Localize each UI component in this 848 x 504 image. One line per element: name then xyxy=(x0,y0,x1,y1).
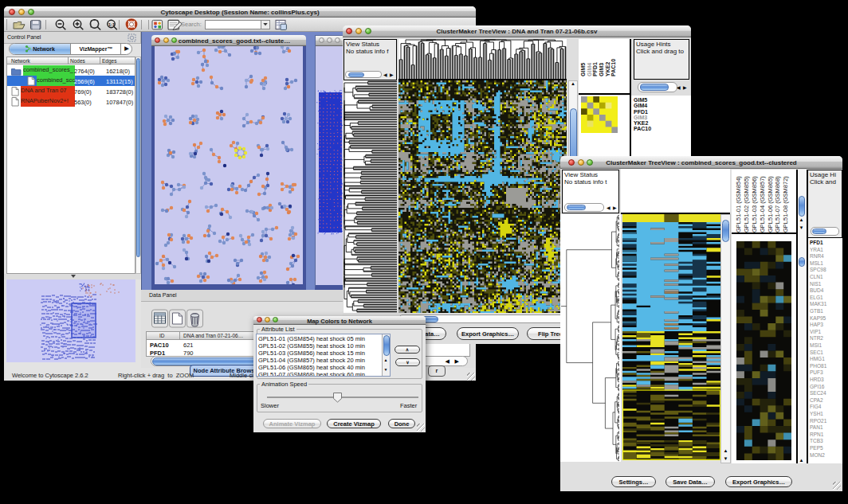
svg-text:Search:: Search: xyxy=(181,21,202,28)
svg-text:1:1: 1:1 xyxy=(108,22,115,27)
